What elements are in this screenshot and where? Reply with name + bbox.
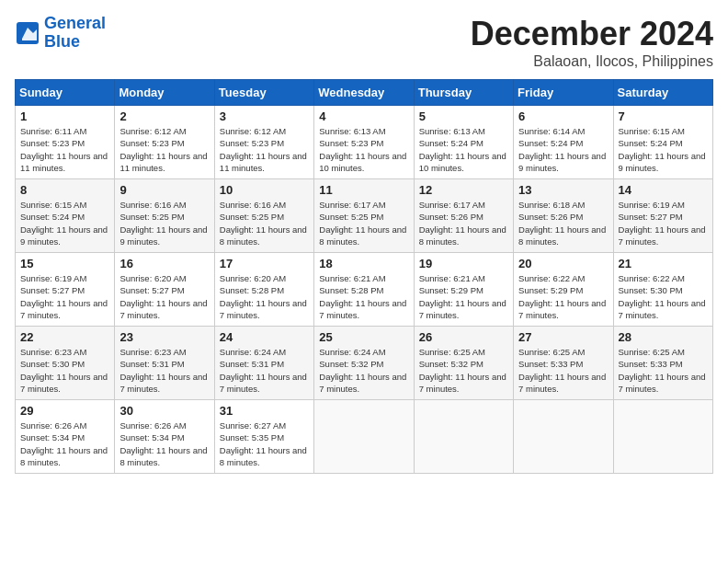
day-number: 19: [419, 257, 508, 270]
calendar-subtitle: Balaoan, Ilocos, Philippines: [471, 53, 713, 70]
day-info: Sunrise: 6:17 AMSunset: 5:25 PMDaylight:…: [319, 199, 408, 247]
calendar-cell: 1 Sunrise: 6:11 AMSunset: 5:23 PMDayligh…: [16, 106, 115, 179]
day-info: Sunrise: 6:25 AMSunset: 5:33 PMDaylight:…: [518, 346, 608, 395]
day-number: 9: [119, 183, 209, 197]
page-header: General Blue December 2024 Balaoan, Iloc…: [15, 15, 713, 70]
calendar-cell: 14 Sunrise: 6:19 AMSunset: 5:27 PMDaylig…: [613, 179, 712, 253]
calendar-cell: 11 Sunrise: 6:17 AMSunset: 5:25 PMDaylig…: [314, 179, 414, 253]
day-info: Sunrise: 6:16 AMSunset: 5:25 PMDaylight:…: [220, 199, 309, 247]
calendar-cell: 25 Sunrise: 6:24 AMSunset: 5:32 PMDaylig…: [314, 327, 414, 400]
day-info: Sunrise: 6:26 AMSunset: 5:34 PMDaylight:…: [20, 419, 109, 468]
day-number: 12: [419, 183, 508, 197]
calendar-cell: 23 Sunrise: 6:23 AMSunset: 5:31 PMDaylig…: [115, 327, 214, 400]
day-number: 15: [20, 257, 109, 270]
day-info: Sunrise: 6:15 AMSunset: 5:24 PMDaylight:…: [20, 199, 109, 247]
day-info: Sunrise: 6:13 AMSunset: 5:23 PMDaylight:…: [319, 125, 408, 174]
calendar-cell: 26 Sunrise: 6:25 AMSunset: 5:32 PMDaylig…: [414, 327, 513, 400]
day-number: 31: [220, 404, 309, 418]
logo: General Blue: [15, 15, 106, 52]
calendar-cell: 20 Sunrise: 6:22 AMSunset: 5:29 PMDaylig…: [514, 253, 613, 327]
title-area: December 2024 Balaoan, Ilocos, Philippin…: [471, 15, 713, 70]
col-saturday: Saturday: [613, 80, 712, 106]
day-info: Sunrise: 6:19 AMSunset: 5:27 PMDaylight:…: [20, 272, 109, 321]
day-number: 26: [419, 330, 508, 344]
day-number: 10: [220, 183, 309, 197]
calendar-row: 15 Sunrise: 6:19 AMSunset: 5:27 PMDaylig…: [16, 253, 713, 327]
day-info: Sunrise: 6:26 AMSunset: 5:34 PMDaylight:…: [119, 419, 209, 468]
calendar-row: 8 Sunrise: 6:15 AMSunset: 5:24 PMDayligh…: [16, 179, 713, 253]
calendar-cell: 13 Sunrise: 6:18 AMSunset: 5:26 PMDaylig…: [514, 179, 613, 253]
calendar-cell: 10 Sunrise: 6:16 AMSunset: 5:25 PMDaylig…: [214, 179, 313, 253]
day-number: 5: [419, 109, 508, 123]
calendar-cell: 17 Sunrise: 6:20 AMSunset: 5:28 PMDaylig…: [214, 253, 313, 327]
logo-text: General Blue: [44, 15, 106, 52]
day-info: Sunrise: 6:12 AMSunset: 5:23 PMDaylight:…: [119, 125, 209, 174]
day-info: Sunrise: 6:18 AMSunset: 5:26 PMDaylight:…: [518, 199, 608, 247]
day-number: 1: [20, 109, 109, 123]
calendar-cell: 8 Sunrise: 6:15 AMSunset: 5:24 PMDayligh…: [16, 179, 115, 253]
day-info: Sunrise: 6:23 AMSunset: 5:30 PMDaylight:…: [20, 346, 109, 395]
calendar-cell: 5 Sunrise: 6:13 AMSunset: 5:24 PMDayligh…: [414, 106, 513, 179]
day-info: Sunrise: 6:23 AMSunset: 5:31 PMDaylight:…: [119, 346, 209, 395]
day-number: 14: [619, 183, 708, 197]
calendar-header-row: Sunday Monday Tuesday Wednesday Thursday…: [16, 80, 713, 106]
calendar-table: Sunday Monday Tuesday Wednesday Thursday…: [15, 79, 713, 474]
day-number: 4: [319, 109, 408, 123]
calendar-cell: 24 Sunrise: 6:24 AMSunset: 5:31 PMDaylig…: [214, 327, 313, 400]
day-info: Sunrise: 6:15 AMSunset: 5:24 PMDaylight:…: [619, 125, 708, 174]
day-info: Sunrise: 6:24 AMSunset: 5:32 PMDaylight:…: [319, 346, 408, 395]
calendar-row: 29 Sunrise: 6:26 AMSunset: 5:34 PMDaylig…: [16, 400, 713, 474]
day-info: Sunrise: 6:14 AMSunset: 5:24 PMDaylight:…: [518, 125, 608, 174]
calendar-cell: 15 Sunrise: 6:19 AMSunset: 5:27 PMDaylig…: [16, 253, 115, 327]
calendar-cell: [414, 400, 513, 474]
day-number: 29: [20, 404, 109, 418]
calendar-row: 1 Sunrise: 6:11 AMSunset: 5:23 PMDayligh…: [16, 106, 713, 179]
day-info: Sunrise: 6:22 AMSunset: 5:29 PMDaylight:…: [518, 272, 608, 321]
day-info: Sunrise: 6:11 AMSunset: 5:23 PMDaylight:…: [20, 125, 109, 174]
col-thursday: Thursday: [414, 80, 513, 106]
calendar-cell: [314, 400, 414, 474]
day-info: Sunrise: 6:20 AMSunset: 5:27 PMDaylight:…: [119, 272, 209, 321]
col-tuesday: Tuesday: [214, 80, 313, 106]
day-number: 6: [518, 109, 608, 123]
col-friday: Friday: [514, 80, 613, 106]
day-info: Sunrise: 6:19 AMSunset: 5:27 PMDaylight:…: [619, 199, 708, 247]
day-info: Sunrise: 6:21 AMSunset: 5:29 PMDaylight:…: [419, 272, 508, 321]
day-number: 13: [518, 183, 608, 197]
day-number: 21: [619, 257, 708, 270]
day-number: 3: [220, 109, 309, 123]
col-sunday: Sunday: [16, 80, 115, 106]
calendar-cell: 30 Sunrise: 6:26 AMSunset: 5:34 PMDaylig…: [115, 400, 214, 474]
calendar-cell: [514, 400, 613, 474]
day-info: Sunrise: 6:25 AMSunset: 5:32 PMDaylight:…: [419, 346, 508, 395]
day-number: 17: [220, 257, 309, 270]
day-info: Sunrise: 6:17 AMSunset: 5:26 PMDaylight:…: [419, 199, 508, 247]
calendar-cell: 31 Sunrise: 6:27 AMSunset: 5:35 PMDaylig…: [214, 400, 313, 474]
day-number: 2: [119, 109, 209, 123]
day-info: Sunrise: 6:27 AMSunset: 5:35 PMDaylight:…: [220, 419, 309, 468]
calendar-cell: 22 Sunrise: 6:23 AMSunset: 5:30 PMDaylig…: [16, 327, 115, 400]
calendar-cell: 6 Sunrise: 6:14 AMSunset: 5:24 PMDayligh…: [514, 106, 613, 179]
calendar-cell: 21 Sunrise: 6:22 AMSunset: 5:30 PMDaylig…: [613, 253, 712, 327]
day-info: Sunrise: 6:24 AMSunset: 5:31 PMDaylight:…: [220, 346, 309, 395]
calendar-row: 22 Sunrise: 6:23 AMSunset: 5:30 PMDaylig…: [16, 327, 713, 400]
day-info: Sunrise: 6:12 AMSunset: 5:23 PMDaylight:…: [220, 125, 309, 174]
day-info: Sunrise: 6:22 AMSunset: 5:30 PMDaylight:…: [619, 272, 708, 321]
day-number: 23: [119, 330, 209, 344]
day-number: 22: [20, 330, 109, 344]
calendar-title: December 2024: [471, 15, 713, 53]
calendar-cell: 28 Sunrise: 6:25 AMSunset: 5:33 PMDaylig…: [613, 327, 712, 400]
day-info: Sunrise: 6:25 AMSunset: 5:33 PMDaylight:…: [619, 346, 708, 395]
logo-icon: [15, 20, 40, 46]
day-number: 11: [319, 183, 408, 197]
day-number: 30: [119, 404, 209, 418]
calendar-cell: 4 Sunrise: 6:13 AMSunset: 5:23 PMDayligh…: [314, 106, 414, 179]
day-number: 27: [518, 330, 608, 344]
day-info: Sunrise: 6:16 AMSunset: 5:25 PMDaylight:…: [119, 199, 209, 247]
col-wednesday: Wednesday: [314, 80, 414, 106]
calendar-cell: 29 Sunrise: 6:26 AMSunset: 5:34 PMDaylig…: [16, 400, 115, 474]
calendar-cell: 19 Sunrise: 6:21 AMSunset: 5:29 PMDaylig…: [414, 253, 513, 327]
calendar-cell: 7 Sunrise: 6:15 AMSunset: 5:24 PMDayligh…: [613, 106, 712, 179]
day-number: 28: [619, 330, 708, 344]
calendar-cell: 16 Sunrise: 6:20 AMSunset: 5:27 PMDaylig…: [115, 253, 214, 327]
